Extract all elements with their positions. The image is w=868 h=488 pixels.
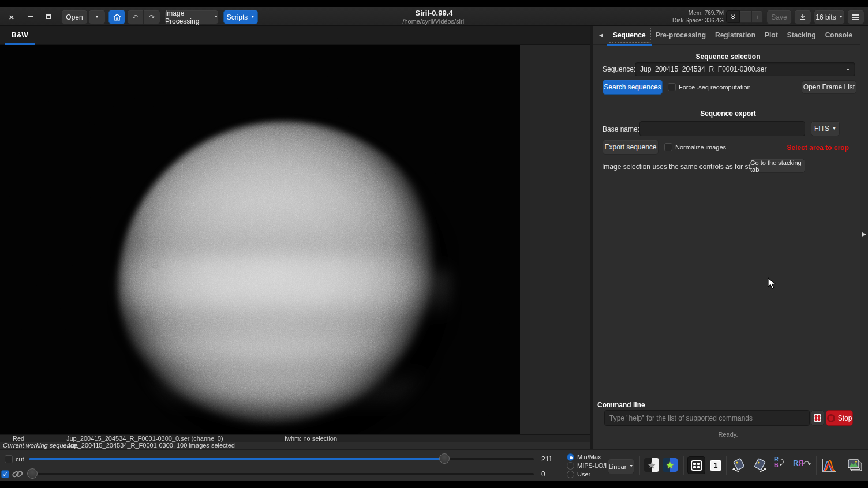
image-noise — [0, 45, 520, 434]
menu-icon — [852, 14, 859, 20]
flip-vertical-icon: RR — [774, 456, 779, 468]
histogram-icon — [820, 457, 837, 473]
sequence-label: Sequence: — [603, 65, 635, 73]
false-color-button[interactable]: ★ — [663, 458, 678, 472]
link-icon[interactable] — [11, 468, 24, 481]
right-panel: ◀ Sequence Pre-processing Registration P… — [590, 26, 868, 449]
radio-mips[interactable] — [567, 462, 574, 470]
image-canvas[interactable] — [0, 45, 520, 434]
tab-registration[interactable]: Registration — [710, 28, 760, 42]
dropdown-caret-icon — [846, 65, 850, 73]
open-frame-list-button[interactable]: Open Frame List — [802, 80, 856, 94]
base-name-input[interactable] — [639, 121, 805, 136]
base-name-label: Base name: — [603, 125, 639, 133]
viewer-tabstrip: B&W — [0, 26, 590, 45]
false-color-icon: ★ — [663, 458, 678, 472]
hi-slider[interactable] — [29, 458, 534, 460]
flip-vertical-button[interactable]: RR ⤸ — [774, 456, 784, 468]
lo-slider-handle[interactable] — [27, 468, 38, 479]
scripts-menu-button[interactable]: Scripts — [223, 10, 258, 24]
tab-plot[interactable]: Plot — [760, 28, 783, 42]
stop-button[interactable]: Stop — [826, 410, 853, 426]
undo-icon: ↶ — [132, 13, 138, 21]
hi-slider-handle[interactable] — [439, 453, 450, 464]
sequence-export-heading: Sequence export — [593, 110, 863, 118]
go-to-stacking-button[interactable]: Go to the stacking tab — [750, 159, 805, 173]
home-button[interactable] — [108, 10, 125, 24]
console-status: Ready. — [593, 431, 863, 438]
normalize-images-label: Normalize images — [675, 144, 726, 151]
close-icon[interactable]: × — [5, 10, 18, 24]
sequence-combobox[interactable]: Jup_200415_204534_R_F0001-0300.ser — [635, 62, 855, 76]
open-recent-dropdown[interactable] — [88, 10, 106, 24]
tab-preprocessing[interactable]: Pre-processing — [651, 28, 710, 42]
image-statusbar: Red Jup_200415_204534_R_F0001-0300_0.ser… — [0, 434, 590, 442]
lo-slider[interactable] — [29, 473, 534, 475]
redo-icon: ↷ — [149, 13, 155, 21]
maximize-icon[interactable] — [42, 10, 55, 24]
stacking-note-label: Image selection uses the same controls a… — [602, 163, 772, 171]
minimize-icon[interactable] — [23, 10, 37, 24]
scale-mode-value: Linear — [609, 463, 627, 470]
rotate-left-icon — [731, 457, 747, 473]
normalize-images-checkbox[interactable] — [664, 143, 672, 151]
export-format-dropdown[interactable]: FITS — [811, 121, 840, 136]
working-sequence-bar: Current working sequence: Jup_200415_204… — [0, 442, 590, 449]
tab-sequence[interactable]: Sequence — [608, 28, 651, 43]
tab-stacking[interactable]: Stacking — [783, 28, 821, 42]
threads-increment-button[interactable]: + — [751, 10, 763, 23]
command-line-input[interactable] — [604, 410, 810, 426]
negative-view-button[interactable]: ★ — [644, 458, 659, 472]
sequence-images-icon — [846, 456, 863, 474]
resources-info: Mem: 769.7M Disk Space: 336.4G — [672, 9, 724, 24]
channels-grid-button[interactable] — [687, 456, 705, 474]
sequence-images-button[interactable] — [846, 456, 863, 474]
negative-view-icon: ★ — [644, 458, 659, 472]
mouse-cursor — [768, 277, 778, 290]
menu-button[interactable] — [847, 10, 865, 24]
stop-button-label: Stop — [838, 414, 852, 422]
radio-user[interactable] — [567, 471, 574, 478]
panel-expander[interactable]: ▶ — [860, 26, 868, 449]
sequence-combobox-value: Jup_200415_204534_R_F0001-0300.ser — [640, 65, 767, 73]
sequence-tab-content: Sequence selection Sequence: Jup_200415_… — [593, 46, 863, 449]
save-button[interactable]: Save — [766, 10, 792, 24]
radio-minmax[interactable] — [567, 453, 574, 461]
radio-minmax-label: Min/Max — [577, 453, 601, 460]
open-button[interactable]: Open — [61, 10, 88, 24]
bit-depth-value: 16 bits — [815, 13, 836, 21]
channels-grid-icon — [691, 460, 702, 471]
rotate-right-icon — [752, 457, 768, 473]
save-button-label: Save — [771, 13, 787, 21]
force-seq-recompute-checkbox[interactable] — [668, 83, 676, 91]
tab-bw[interactable]: B&W — [5, 29, 35, 43]
display-controls-bar: cut 211 ✓ 0 Min/Max MIPS-LO/HI User Line… — [0, 449, 868, 481]
redo-button[interactable]: ↷ — [144, 10, 160, 24]
image-processing-menu-button[interactable]: Image Processing — [164, 10, 219, 24]
siril-window: × Open ↶ ↷ Image Processing Scripts Siri… — [0, 0, 868, 488]
export-sequence-button[interactable]: Export sequence — [603, 140, 659, 155]
search-sequences-button[interactable]: Search sequences — [603, 80, 663, 95]
scale-mode-dropdown[interactable]: Linear — [608, 459, 634, 474]
autoscale-checkbox[interactable]: ✓ — [1, 470, 9, 478]
sequence-selection-heading: Sequence selection — [593, 52, 863, 61]
undo-button[interactable]: ↶ — [127, 10, 144, 24]
tab-console[interactable]: Console — [821, 28, 857, 42]
hi-value: 211 — [541, 455, 552, 463]
bit-depth-dropdown[interactable]: 16 bits — [814, 10, 845, 24]
rotate-left-button[interactable] — [731, 457, 747, 473]
command-grid-icon — [814, 414, 821, 422]
save-as-icon — [799, 13, 807, 21]
rotate-right-button[interactable] — [752, 457, 768, 473]
cut-checkbox[interactable] — [5, 455, 13, 463]
flip-horizontal-button[interactable]: RR ⤸ — [793, 459, 809, 467]
single-channel-icon: 1 — [710, 460, 721, 471]
tabs-scroll-left-icon[interactable]: ◀ — [597, 32, 605, 38]
scripts-label: Scripts — [227, 13, 248, 21]
single-channel-button[interactable]: 1 — [709, 459, 723, 472]
threads-decrement-button[interactable]: − — [740, 10, 751, 23]
command-list-button[interactable] — [811, 410, 824, 426]
histogram-button[interactable] — [820, 457, 837, 473]
save-as-button[interactable] — [794, 10, 811, 24]
threads-value[interactable]: 8 — [726, 10, 740, 23]
